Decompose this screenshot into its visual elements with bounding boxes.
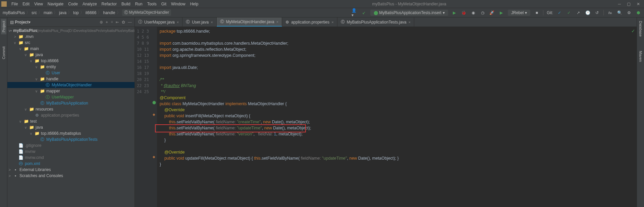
divide-icon[interactable]: ÷ — [111, 20, 113, 25]
code-line[interactable]: import org.springframework.stereotype.Co… — [157, 52, 637, 58]
close-tab-icon[interactable]: × — [177, 20, 179, 24]
tree-item[interactable]: 📄mvnw — [7, 149, 135, 155]
tree-item[interactable]: ⚙application.properties — [7, 112, 135, 118]
menu-navigate[interactable]: Navigate — [46, 1, 65, 7]
menu-tools[interactable]: Tools — [145, 1, 159, 7]
code-line[interactable]: @Override — [157, 149, 637, 155]
collapse-icon[interactable]: ⇤ — [116, 20, 119, 25]
git-commit-icon[interactable]: ✓ — [566, 10, 572, 16]
editor-tab[interactable]: ⒸMyMetaObjectHandler.java× — [217, 17, 282, 27]
tree-item[interactable]: 📄.gitignore — [7, 142, 135, 149]
tree-item[interactable]: ⒸMyBatisPlusApplicationTests — [7, 136, 135, 142]
git-revert-icon[interactable]: ↺ — [594, 10, 600, 16]
jrebel-selector[interactable]: JRebel ▾ — [508, 10, 530, 16]
code-line[interactable]: public void insertFill(MetaObject metaOb… — [157, 113, 637, 119]
menu-file[interactable]: File — [9, 1, 20, 7]
git-push-icon[interactable]: ↗ — [575, 10, 581, 16]
menu-git[interactable]: Git — [159, 1, 168, 7]
maximize-icon[interactable]: ▢ — [627, 2, 631, 6]
ide-icon[interactable]: ⬢ — [635, 10, 641, 16]
code-line[interactable]: public class MyMetaObjectHandler impleme… — [157, 101, 637, 107]
close-tab-icon[interactable]: × — [276, 20, 278, 24]
menu-refactor[interactable]: Refactor — [100, 1, 119, 7]
git-history-icon[interactable]: 🕐 — [585, 10, 591, 16]
code-line[interactable]: } — [157, 161, 637, 167]
run-button-icon[interactable]: ▶ — [451, 10, 458, 16]
breadcrumb-item[interactable]: top — [73, 10, 79, 15]
code-line[interactable]: @Override — [157, 107, 637, 113]
code-line[interactable]: /** — [157, 77, 637, 83]
breadcrumb-item[interactable]: src — [32, 10, 37, 15]
breadcrumb-item[interactable]: handle — [103, 10, 115, 15]
tree-item[interactable]: >▪External Libraries — [7, 167, 135, 173]
hammer-icon[interactable]: ↙ — [361, 10, 367, 16]
menu-edit[interactable]: Edit — [20, 1, 32, 7]
tree-item[interactable]: ⒸMyBatisPlusApplication — [7, 100, 135, 106]
project-tree[interactable]: v▫myBatisPlus [mybatisPlus_Proa] D:\Deve… — [7, 27, 135, 207]
code-line[interactable]: import org.apache.ibatis.reflection.Meta… — [157, 46, 637, 52]
code-line[interactable] — [157, 58, 637, 65]
code-line[interactable]: package top.it6666.handle; — [157, 28, 637, 34]
tree-item[interactable]: >📁.mvn — [7, 34, 135, 40]
rocket-icon[interactable]: 🚀 — [489, 10, 495, 16]
tree-item[interactable]: v📁main — [7, 46, 135, 52]
tree-item[interactable]: v📁resources — [7, 106, 135, 112]
breadcrumb-item[interactable]: main — [44, 10, 52, 15]
tree-item[interactable]: ⓜpom.xml — [7, 161, 135, 167]
chevron-down-icon[interactable]: ▾ — [29, 20, 31, 25]
tree-item[interactable]: >▪Scratches and Consoles — [7, 173, 135, 179]
debug-icon[interactable]: 🐞 — [461, 10, 467, 16]
code-line[interactable] — [157, 71, 637, 77]
hide-icon[interactable]: — — [128, 20, 132, 25]
breadcrumb-item[interactable]: it6666 — [86, 10, 97, 15]
editor-tab[interactable]: ⒸUser.java× — [182, 17, 216, 27]
code-line[interactable]: this.setFieldValByName( fieldName: "upda… — [157, 125, 637, 131]
code-line[interactable]: public void updateFill(MetaObject metaOb… — [157, 155, 637, 161]
menu-help[interactable]: Help — [188, 1, 201, 7]
run-config-selector[interactable]: ⬤ MyBatisPlusApplicationTests.insert ▾ — [370, 10, 448, 16]
jrebel-deploy-icon[interactable]: ▶ — [498, 10, 504, 16]
target-icon[interactable]: ⊕ — [100, 20, 103, 25]
code-line[interactable] — [157, 173, 637, 179]
tree-item[interactable]: v📁src — [7, 40, 135, 46]
inspection-ok-icon[interactable]: ✓ — [631, 28, 635, 34]
code-line[interactable]: **/ — [157, 89, 637, 95]
code-line[interactable]: import com.baomidou.mybatisplus.core.han… — [157, 40, 637, 46]
tree-item[interactable]: v📁test — [7, 118, 135, 124]
code-line[interactable] — [157, 167, 637, 173]
git-update-icon[interactable]: ✓ — [556, 10, 562, 16]
menu-analyze[interactable]: Analyze — [80, 1, 99, 7]
settings-icon[interactable]: ⚙ — [626, 10, 632, 16]
menu-run[interactable]: Run — [133, 1, 145, 7]
tree-item[interactable]: v📁top.it6666.mybatisplus — [7, 130, 135, 136]
translate-icon[interactable]: 🗛 — [607, 10, 613, 16]
tree-item[interactable]: v📁java — [7, 52, 135, 58]
close-tab-icon[interactable]: × — [409, 20, 411, 24]
code-editor[interactable]: package top.it6666.handle; import com.ba… — [157, 27, 637, 207]
editor-tab[interactable]: ⒸMyBatisPlusApplicationTests.java× — [337, 17, 415, 27]
breadcrumb-item[interactable]: myBatisPlus — [3, 10, 25, 15]
tool-tab-project[interactable]: Project — [1, 19, 6, 34]
code-line[interactable] — [157, 143, 637, 149]
tree-item[interactable]: 📄mvnw.cmd — [7, 155, 135, 161]
code-line[interactable] — [157, 34, 637, 40]
breadcrumb-item[interactable]: java — [59, 10, 66, 15]
search-icon[interactable]: 🔍 — [616, 10, 623, 16]
minimize-icon[interactable]: ─ — [618, 2, 621, 6]
coverage-icon[interactable]: ◉ — [470, 10, 476, 16]
tool-tab-database[interactable]: Database — [638, 19, 643, 39]
profile-icon[interactable]: ◷ — [480, 10, 486, 16]
tree-item[interactable]: v📁handle — [7, 76, 135, 82]
tree-item[interactable]: v📁mapper — [7, 88, 135, 94]
close-icon[interactable]: ✕ — [637, 2, 640, 6]
tree-item[interactable]: v📁java — [7, 124, 135, 130]
code-line[interactable]: * @author BNTang — [157, 83, 637, 89]
code-line[interactable]: @Component — [157, 95, 637, 101]
tree-item[interactable]: v📁top.it6666 — [7, 58, 135, 64]
stop-icon[interactable]: ■ — [534, 10, 540, 16]
close-tab-icon[interactable]: × — [211, 20, 213, 24]
menu-build[interactable]: Build — [119, 1, 132, 7]
tool-tab-commit[interactable]: Commit — [1, 44, 6, 61]
menu-view[interactable]: View — [32, 1, 45, 7]
tool-tab-maven[interactable]: Maven — [638, 49, 643, 64]
